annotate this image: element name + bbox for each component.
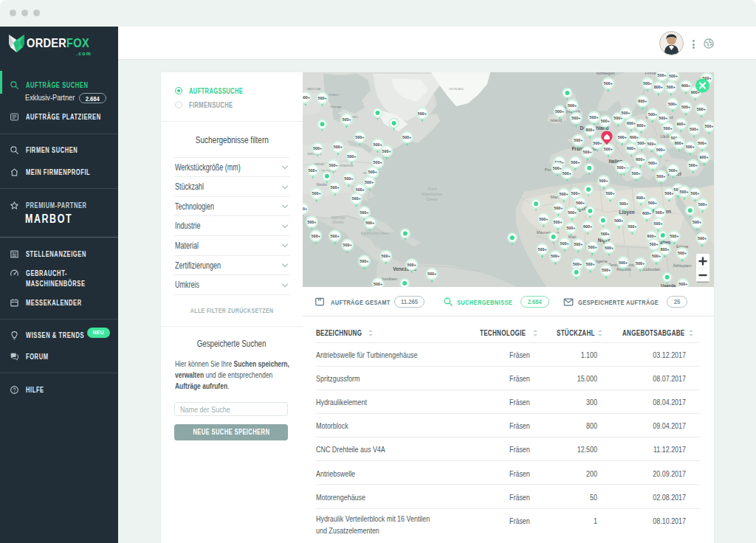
svg-text:500+: 500+ — [648, 161, 657, 165]
svg-text:500+: 500+ — [360, 259, 368, 263]
svg-text:500+: 500+ — [574, 138, 583, 142]
svg-text:500+: 500+ — [365, 180, 374, 184]
svg-text:500+: 500+ — [554, 206, 563, 210]
svg-text:ONTARIO: ONTARIO — [328, 94, 340, 97]
svg-text:500+: 500+ — [604, 147, 613, 151]
svg-text:500+: 500+ — [698, 202, 707, 207]
svg-text:500+: 500+ — [678, 251, 687, 255]
svg-text:500+: 500+ — [355, 135, 364, 139]
svg-text:500+: 500+ — [374, 282, 382, 286]
svg-text:500+: 500+ — [652, 254, 661, 258]
svg-text:500+: 500+ — [691, 191, 700, 196]
svg-text:500+: 500+ — [344, 176, 353, 181]
svg-text:500+: 500+ — [373, 142, 382, 147]
svg-text:500+: 500+ — [351, 196, 360, 201]
svg-text:500+: 500+ — [303, 95, 310, 100]
svg-text:500+: 500+ — [331, 185, 340, 190]
svg-text:500+: 500+ — [563, 171, 571, 176]
svg-text:500+: 500+ — [347, 154, 356, 159]
svg-text:500+: 500+ — [616, 165, 625, 170]
svg-text:500+: 500+ — [648, 201, 657, 205]
svg-text:500+: 500+ — [408, 263, 416, 267]
svg-text:500+: 500+ — [656, 174, 665, 179]
svg-text:500+: 500+ — [636, 261, 645, 266]
svg-text:500+: 500+ — [586, 262, 595, 266]
svg-text:500+: 500+ — [309, 168, 317, 173]
svg-text:500+: 500+ — [571, 116, 580, 120]
svg-text:500+: 500+ — [356, 187, 365, 192]
svg-text:Nord: Nord — [427, 187, 437, 191]
svg-text:500+: 500+ — [343, 117, 351, 122]
svg-text:500+: 500+ — [307, 220, 316, 224]
svg-text:Chicago: Chicago — [330, 105, 342, 108]
svg-text:Mexiko: Mexiko — [317, 183, 328, 187]
svg-text:500+: 500+ — [678, 282, 687, 286]
svg-text:600+: 600+ — [627, 146, 636, 151]
svg-text:500+: 500+ — [659, 116, 667, 120]
svg-text:500+: 500+ — [374, 160, 382, 165]
svg-text:500+: 500+ — [631, 171, 640, 176]
svg-text:500+: 500+ — [604, 81, 613, 86]
svg-text:500+: 500+ — [689, 163, 698, 167]
svg-text:500+: 500+ — [601, 119, 610, 123]
svg-text:500+: 500+ — [555, 109, 564, 114]
svg-text:500+: 500+ — [693, 220, 701, 224]
svg-text:500+: 500+ — [628, 224, 636, 229]
svg-text:500+: 500+ — [331, 234, 340, 238]
svg-text:TENNESSEE: TENNESSEE — [337, 165, 354, 167]
svg-text:500+: 500+ — [648, 112, 657, 117]
svg-text:500+: 500+ — [418, 111, 427, 116]
svg-text:500+: 500+ — [618, 135, 627, 139]
svg-text:Ozean: Ozean — [426, 197, 438, 201]
svg-text:500+: 500+ — [656, 210, 664, 215]
svg-text:600+: 600+ — [638, 99, 647, 103]
svg-text:GRÖNLAND: GRÖNLAND — [449, 88, 464, 91]
svg-text:500+: 500+ — [583, 150, 591, 154]
svg-text:500+: 500+ — [619, 201, 628, 206]
svg-text:500+: 500+ — [402, 135, 411, 139]
svg-text:600+: 600+ — [636, 157, 645, 162]
svg-text:500+: 500+ — [571, 191, 580, 196]
svg-text:800+: 800+ — [675, 141, 684, 145]
svg-text:500+: 500+ — [566, 226, 575, 230]
svg-text:500+: 500+ — [329, 163, 338, 167]
svg-text:500+: 500+ — [606, 191, 615, 196]
svg-text:500+: 500+ — [539, 217, 548, 221]
svg-text:500+: 500+ — [637, 141, 646, 145]
svg-text:500+: 500+ — [643, 81, 652, 86]
svg-text:500+: 500+ — [365, 221, 374, 225]
svg-text:Mexiko: Mexiko — [332, 220, 344, 224]
svg-text:500+: 500+ — [622, 111, 630, 115]
svg-text:500+: 500+ — [574, 242, 583, 246]
svg-text:500+: 500+ — [669, 74, 678, 78]
svg-text:600+: 600+ — [636, 123, 645, 128]
svg-text:500+: 500+ — [360, 210, 368, 215]
svg-text:500+: 500+ — [680, 190, 689, 194]
svg-text:500+: 500+ — [690, 127, 698, 131]
svg-text:500+: 500+ — [571, 160, 580, 165]
svg-text:Karibisches Meer: Karibisches Meer — [361, 231, 390, 235]
svg-text:800+: 800+ — [661, 247, 670, 252]
svg-text:500+: 500+ — [427, 272, 436, 276]
svg-text:Mali: Mali — [568, 235, 576, 239]
svg-text:500+: 500+ — [686, 145, 695, 149]
svg-text:500+: 500+ — [590, 115, 599, 120]
svg-text:500+: 500+ — [313, 146, 322, 151]
svg-text:900+: 900+ — [700, 155, 709, 159]
svg-text:500+: 500+ — [343, 243, 352, 247]
svg-text:500+: 500+ — [382, 254, 391, 258]
svg-text:500+: 500+ — [553, 166, 562, 170]
svg-text:500+: 500+ — [619, 260, 628, 265]
svg-text:600+: 600+ — [681, 83, 690, 88]
svg-text:500+: 500+ — [663, 126, 672, 131]
svg-text:MANITOBA: MANITOBA — [307, 88, 321, 91]
svg-text:500+: 500+ — [593, 141, 602, 145]
svg-text:500+: 500+ — [605, 246, 614, 250]
svg-text:800+: 800+ — [654, 85, 663, 89]
svg-text:500+: 500+ — [560, 192, 568, 196]
svg-text:600+: 600+ — [583, 224, 592, 229]
svg-text:500+: 500+ — [317, 96, 326, 100]
svg-text:500+: 500+ — [601, 232, 610, 236]
svg-text:500+: 500+ — [312, 191, 321, 196]
svg-text:500+: 500+ — [697, 107, 706, 111]
